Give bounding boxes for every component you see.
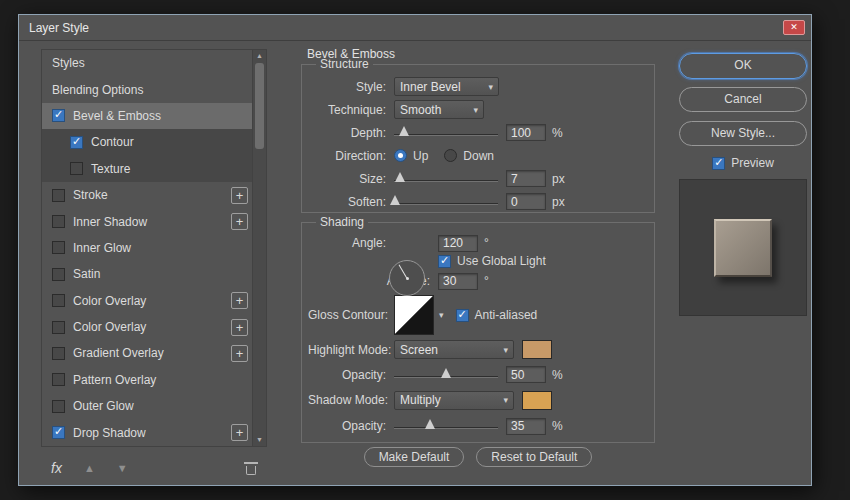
move-effect-down-icon[interactable] bbox=[117, 462, 128, 474]
sidebar-item[interactable]: Stroke bbox=[42, 182, 252, 208]
scroll-down-icon[interactable] bbox=[253, 434, 266, 446]
dialog-titlebar[interactable]: Layer Style ✕ bbox=[19, 15, 811, 41]
effects-list: Styles Blending Options Bevel & Emboss C… bbox=[42, 50, 252, 446]
effect-checkbox[interactable] bbox=[52, 373, 65, 386]
shadow-opacity-label: Opacity: bbox=[308, 419, 386, 433]
slider-track bbox=[394, 134, 498, 135]
gloss-contour-thumbnail[interactable] bbox=[394, 295, 434, 335]
effect-checkbox[interactable] bbox=[70, 136, 83, 149]
add-effect-button[interactable] bbox=[231, 292, 248, 309]
fx-icon[interactable]: fx bbox=[51, 460, 62, 476]
slider-thumb[interactable] bbox=[441, 368, 451, 378]
sidebar-item[interactable]: Color Overlay bbox=[42, 288, 252, 314]
direction-down-label: Down bbox=[463, 149, 494, 163]
slider-thumb[interactable] bbox=[390, 195, 400, 205]
soften-input[interactable] bbox=[506, 193, 546, 210]
preview-beveled-square bbox=[714, 219, 772, 277]
sidebar-item[interactable]: Color Overlay bbox=[42, 314, 252, 340]
slider-thumb[interactable] bbox=[425, 419, 435, 429]
effect-checkbox[interactable] bbox=[52, 268, 65, 281]
style-select[interactable]: Inner Bevel bbox=[394, 77, 499, 96]
sidebar-item[interactable]: Drop Shadow bbox=[42, 419, 252, 445]
sidebar-item[interactable]: Outer Glow bbox=[42, 393, 252, 419]
shadow-mode-select[interactable]: Multiply bbox=[394, 391, 514, 410]
size-input[interactable] bbox=[506, 170, 546, 187]
technique-label: Technique: bbox=[308, 103, 386, 117]
depth-input[interactable] bbox=[506, 124, 546, 141]
slider-track bbox=[394, 180, 498, 181]
effect-checkbox[interactable] bbox=[52, 189, 65, 202]
sidebar-item[interactable]: Blending Options bbox=[42, 76, 252, 102]
depth-slider[interactable] bbox=[394, 126, 498, 140]
use-global-light-row: Use Global Light bbox=[438, 253, 654, 269]
sidebar-item[interactable]: Styles bbox=[42, 50, 252, 76]
highlight-opacity-slider[interactable] bbox=[394, 368, 498, 382]
effect-checkbox[interactable] bbox=[52, 321, 65, 334]
add-effect-button[interactable] bbox=[231, 345, 248, 362]
effect-checkbox[interactable] bbox=[52, 400, 65, 413]
anti-aliased-label: Anti-aliased bbox=[475, 308, 538, 322]
effect-checkbox[interactable] bbox=[52, 109, 65, 122]
shading-legend: Shading bbox=[316, 215, 368, 229]
add-effect-button[interactable] bbox=[231, 319, 248, 336]
direction-label: Direction: bbox=[308, 149, 386, 163]
scrollbar[interactable] bbox=[252, 50, 266, 446]
highlight-color-swatch[interactable] bbox=[522, 340, 552, 359]
add-effect-button[interactable] bbox=[231, 424, 248, 441]
sidebar-item[interactable]: Satin bbox=[42, 261, 252, 287]
shadow-opacity-input[interactable] bbox=[506, 418, 546, 435]
sidebar-item[interactable]: Bevel & Emboss bbox=[42, 103, 252, 129]
new-style-button[interactable]: New Style... bbox=[679, 121, 807, 146]
effect-checkbox[interactable] bbox=[70, 162, 83, 175]
defaults-button-row: Make Default Reset to Default bbox=[301, 447, 655, 467]
effect-checkbox[interactable] bbox=[52, 426, 65, 439]
shadow-mode-value: Multiply bbox=[400, 393, 497, 407]
anti-aliased-checkbox[interactable] bbox=[456, 309, 469, 322]
slider-thumb[interactable] bbox=[395, 172, 405, 182]
effect-checkbox[interactable] bbox=[52, 347, 65, 360]
sidebar-item[interactable]: Gradient Overlay bbox=[42, 340, 252, 366]
delete-effect-icon[interactable] bbox=[245, 462, 257, 475]
size-slider[interactable] bbox=[394, 172, 498, 186]
cancel-button[interactable]: Cancel bbox=[679, 87, 807, 112]
soften-slider[interactable] bbox=[394, 195, 498, 209]
technique-select[interactable]: Smooth bbox=[394, 100, 484, 119]
direction-up-radio[interactable] bbox=[394, 149, 407, 162]
shadow-opacity-slider[interactable] bbox=[394, 419, 498, 433]
use-global-light-checkbox[interactable] bbox=[438, 255, 451, 268]
preview-checkbox[interactable] bbox=[712, 157, 725, 170]
effects-list-panel: Styles Blending Options Bevel & Emboss C… bbox=[41, 49, 267, 447]
sidebar-item[interactable]: Contour bbox=[42, 129, 252, 155]
sidebar-item[interactable]: Pattern Overlay bbox=[42, 367, 252, 393]
effects-toolbar: fx bbox=[41, 455, 267, 481]
angle-dial[interactable] bbox=[389, 260, 425, 296]
altitude-input[interactable] bbox=[438, 273, 478, 290]
sidebar-item-label: Gradient Overlay bbox=[73, 346, 164, 360]
sidebar-item[interactable]: Texture bbox=[42, 156, 252, 182]
highlight-opacity-label: Opacity: bbox=[308, 368, 386, 382]
shadow-color-swatch[interactable] bbox=[522, 391, 552, 410]
slider-thumb[interactable] bbox=[399, 126, 409, 136]
move-effect-up-icon[interactable] bbox=[84, 462, 95, 474]
make-default-button[interactable]: Make Default bbox=[364, 447, 465, 467]
add-effect-button[interactable] bbox=[231, 213, 248, 230]
close-button[interactable]: ✕ bbox=[783, 20, 805, 35]
chevron-down-icon[interactable] bbox=[439, 310, 444, 320]
add-effect-button[interactable] bbox=[231, 187, 248, 204]
sidebar-item-label: Texture bbox=[91, 162, 130, 176]
scrollbar-thumb[interactable] bbox=[255, 63, 264, 149]
angle-input[interactable] bbox=[438, 235, 478, 252]
shadow-opacity-unit: % bbox=[552, 419, 563, 433]
direction-down-radio[interactable] bbox=[444, 149, 457, 162]
effect-checkbox[interactable] bbox=[52, 294, 65, 307]
highlight-mode-value: Screen bbox=[400, 343, 497, 357]
reset-to-default-button[interactable]: Reset to Default bbox=[476, 447, 592, 467]
scroll-up-icon[interactable] bbox=[253, 50, 266, 62]
sidebar-item[interactable]: Inner Glow bbox=[42, 235, 252, 261]
effect-checkbox[interactable] bbox=[52, 215, 65, 228]
highlight-mode-select[interactable]: Screen bbox=[394, 340, 514, 359]
sidebar-item[interactable]: Inner Shadow bbox=[42, 208, 252, 234]
effect-checkbox[interactable] bbox=[52, 241, 65, 254]
ok-button[interactable]: OK bbox=[679, 53, 807, 79]
highlight-opacity-input[interactable] bbox=[506, 366, 546, 383]
